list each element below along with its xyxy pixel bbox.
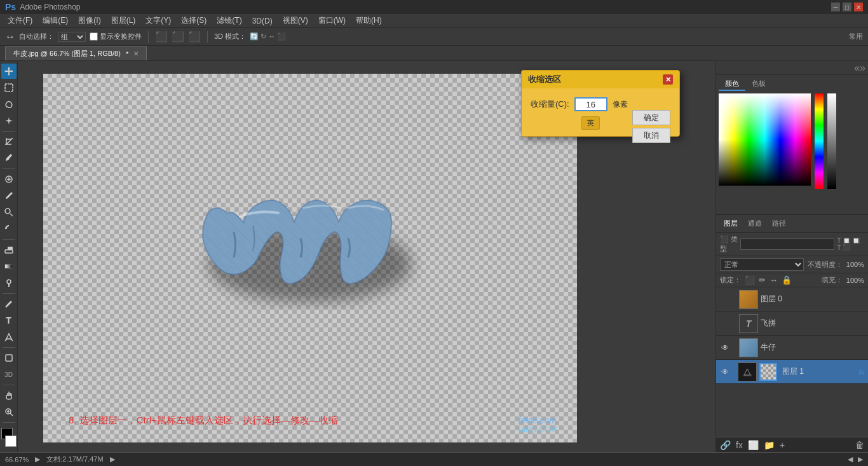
layer-niupai-visibility[interactable]: 👁 — [720, 343, 730, 353]
layer-item-niupai[interactable]: 👁 牛仔 — [716, 336, 868, 360]
tab-color[interactable]: 颜色 — [719, 78, 745, 91]
layer-item-0[interactable]: 👁 图层 0 — [716, 287, 868, 312]
3d-tool[interactable]: 3D — [1, 367, 17, 382]
watermark-main: fevte.com — [518, 415, 557, 425]
fg-bg-color-swatch[interactable] — [1, 428, 17, 447]
new-group-btn[interactable]: 📁 — [764, 440, 775, 450]
eyedropper-tool[interactable] — [1, 151, 17, 166]
lock-all-icon[interactable]: 🔒 — [782, 275, 792, 285]
menu-filter[interactable]: 滤镜(T) — [212, 14, 247, 27]
auto-select-dropdown[interactable]: 组 图层 — [58, 32, 86, 42]
dodge-tool[interactable] — [1, 275, 17, 291]
lock-transparent-icon[interactable]: ⬛ — [745, 275, 755, 285]
tab-layers[interactable]: 图层 — [720, 217, 742, 230]
maximize-button[interactable]: □ — [843, 3, 851, 11]
layers-panel: 图层 通道 路径 ⬛ 类型 T 🔲 🔲 T ⬛ 正常 溶解 正片叠底 不透明度：… — [716, 215, 868, 452]
dialog-close-button[interactable]: ✕ — [663, 74, 673, 85]
workspace: T 3D — [0, 61, 868, 452]
path-select-tool[interactable] — [1, 329, 17, 345]
opacity-slider[interactable] — [827, 93, 836, 189]
menu-image[interactable]: 图像(I) — [73, 14, 105, 27]
align-icon-1: ⬛ — [155, 31, 168, 43]
background-color[interactable] — [5, 435, 17, 447]
layer-effects-btn[interactable]: fx — [736, 440, 743, 450]
status-nav-right[interactable]: ▶ — [858, 455, 863, 463]
layer-1-mask — [759, 363, 777, 381]
dialog-unit-toggle[interactable]: 英 — [581, 116, 600, 130]
color-spectrum[interactable] — [719, 93, 811, 186]
color-spectrum-container[interactable] — [719, 93, 811, 189]
layer-1-visibility[interactable]: 👁 — [720, 367, 730, 377]
align-icon-3: ⬛ — [188, 31, 201, 43]
tab-channels[interactable]: 通道 — [744, 217, 766, 230]
dialog-shrink-label: 收缩量(C): — [531, 99, 569, 110]
shape-tool[interactable] — [1, 350, 17, 366]
menu-view[interactable]: 视图(V) — [278, 14, 313, 27]
brush-tool[interactable] — [1, 188, 17, 203]
panel-collapse-icon[interactable]: «» — [854, 62, 865, 74]
wand-tool[interactable] — [1, 113, 17, 128]
text-tool[interactable]: T — [1, 313, 17, 328]
delete-layer-btn[interactable]: 🗑 — [855, 440, 864, 450]
blend-mode-select[interactable]: 正常 溶解 正片叠底 — [720, 258, 804, 271]
document-tab[interactable]: 牛皮.jpg @ 66.7% (图层 1, RGB/8) * ✕ — [5, 46, 147, 60]
link-layers-btn[interactable]: 🔗 — [720, 440, 731, 450]
canvas-content — [177, 181, 444, 321]
show-transform-checkbox[interactable] — [90, 32, 98, 41]
heal-tool[interactable] — [1, 172, 17, 187]
layer-item-1[interactable]: 👁 图层 1 fx — [716, 360, 868, 384]
eraser-tool[interactable] — [1, 242, 17, 257]
minimize-button[interactable]: ─ — [831, 3, 840, 11]
layer-1-fx: fx — [858, 368, 864, 376]
menu-help[interactable]: 帮助(H) — [351, 14, 387, 27]
window-controls: ─ □ ✕ — [831, 3, 863, 11]
clone-tool[interactable] — [1, 205, 17, 220]
add-mask-btn[interactable]: ⬜ — [748, 440, 759, 450]
status-nav-left[interactable]: ◀ — [848, 455, 853, 463]
dialog-shrink-input[interactable] — [574, 97, 607, 111]
pen-tool[interactable] — [1, 296, 17, 312]
hue-slider[interactable] — [815, 93, 824, 189]
statusbar: 66.67% ▶ 文档:2.17M/7.47M ▶ ◀ ▶ — [0, 452, 868, 466]
menu-edit[interactable]: 编辑(E) — [37, 14, 73, 27]
new-layer-btn[interactable]: + — [780, 440, 785, 450]
svg-rect-16 — [6, 355, 12, 361]
tab-paths[interactable]: 路径 — [768, 217, 790, 230]
menu-file[interactable]: 文件(F) — [3, 14, 37, 27]
color-picker-area — [719, 93, 865, 189]
3d-mode-icons: 🔄 ↻ ↔ ⬛ — [250, 32, 286, 41]
lock-row: 锁定： ⬛ ✏ ↔ 🔒 填充： 100% — [716, 273, 868, 287]
layer-search-input[interactable] — [740, 238, 834, 250]
menu-layer[interactable]: 图层(L) — [106, 14, 141, 27]
canvas-container[interactable] — [43, 74, 577, 442]
layer-text-name: 飞拼 — [761, 318, 864, 329]
lasso-tool[interactable] — [1, 97, 17, 112]
search-type-label: ⬛ 类型 — [720, 235, 738, 254]
menu-type[interactable]: 文字(Y) — [140, 14, 176, 27]
dialog-cancel-button[interactable]: 取消 — [632, 128, 670, 143]
menu-3d[interactable]: 3D(D) — [247, 14, 278, 27]
lock-image-icon[interactable]: ✏ — [759, 275, 766, 285]
tab-close-button[interactable]: ✕ — [133, 50, 139, 57]
close-button[interactable]: ✕ — [854, 3, 863, 11]
layer-item-text[interactable]: 👁 T 飞拼 — [716, 312, 868, 336]
svg-point-15 — [5, 306, 7, 308]
tab-swatches[interactable]: 色板 — [745, 78, 772, 91]
tool-sep-5 — [3, 347, 15, 348]
history-brush-tool[interactable] — [1, 221, 17, 236]
ps-logo: Ps — [5, 2, 16, 12]
gradient-tool[interactable] — [1, 259, 17, 274]
crop-tool[interactable] — [1, 134, 17, 149]
move-tool[interactable] — [1, 64, 17, 79]
hand-tool[interactable] — [1, 388, 17, 403]
dialog-confirm-button[interactable]: 确定 — [632, 110, 670, 125]
fill-value: 100% — [846, 277, 864, 284]
3d-mode-label: 3D 模式： — [214, 32, 246, 41]
move-tool-icon: ↔ — [5, 31, 15, 43]
marquee-tool[interactable] — [1, 80, 17, 95]
zoom-tool[interactable] — [1, 404, 17, 420]
dialog-title: 收缩选区 — [528, 74, 561, 85]
lock-position-icon[interactable]: ↔ — [770, 275, 778, 285]
menu-window[interactable]: 窗口(W) — [313, 14, 351, 27]
menu-select[interactable]: 选择(S) — [176, 14, 212, 27]
